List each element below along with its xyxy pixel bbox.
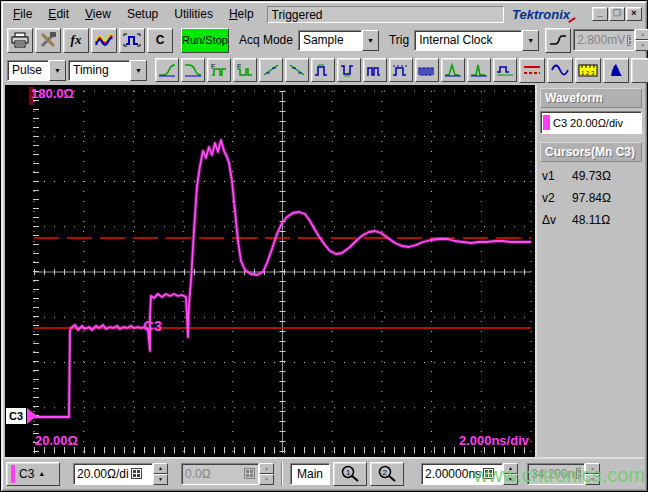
- step-down-icon[interactable]: ▼: [503, 474, 518, 485]
- status-bar: C3 ▲ 20.00Ω/di ▲▼ 0.0Ω ▲▼ Main 1 2: [4, 457, 644, 488]
- offset-spinner[interactable]: 0.0Ω ▲▼: [181, 463, 274, 485]
- menu-view[interactable]: View: [78, 5, 118, 23]
- meas-freq-neg-button[interactable]: F: [233, 58, 257, 82]
- vertical-scale-spinner[interactable]: 20.00Ω/di ▲▼: [73, 463, 168, 485]
- meas-freq-pos-button[interactable]: F: [207, 58, 231, 82]
- step-down-icon[interactable]: ▼: [259, 474, 274, 485]
- channel-select-button[interactable]: C3 ▲: [6, 462, 60, 486]
- step-up-icon[interactable]: ▲: [635, 29, 648, 40]
- horizontal-scale-stepper[interactable]: ▲▼: [503, 463, 518, 485]
- low-pulse-icon: [496, 63, 514, 77]
- magnifier-2-icon: 2: [377, 465, 397, 482]
- meas-cross-button[interactable]: [493, 58, 517, 82]
- svg-text:2: 2: [383, 468, 388, 477]
- utilities-button[interactable]: [35, 28, 61, 53]
- offset-stepper[interactable]: ▲▼: [259, 463, 274, 485]
- v2-value: 97.84Ω: [572, 191, 611, 205]
- readout-panel: Waveform C3 20.00Ω/div Cursors(Mn C3) v1…: [535, 85, 645, 457]
- step-up-icon[interactable]: ▲: [259, 463, 274, 474]
- meas-period-button[interactable]: [363, 58, 387, 82]
- zoom2-button[interactable]: 2: [370, 462, 404, 486]
- timing-select[interactable]: Timing ▼: [68, 60, 147, 81]
- meas-neg-overshoot-button[interactable]: [467, 58, 491, 82]
- position-spinner[interactable]: 34.200n ▲▼: [527, 463, 600, 485]
- horizontal-scale-spinner[interactable]: 2.00000ns ▲▼: [421, 463, 518, 485]
- pulse-bracket-icon: [123, 33, 141, 47]
- close-button[interactable]: ×: [626, 7, 642, 21]
- burst-icon: [418, 63, 436, 77]
- step-down-icon[interactable]: ▼: [153, 474, 168, 485]
- keypad-icon[interactable]: [627, 35, 631, 46]
- pos-pulse-icon: [314, 63, 332, 77]
- keypad-icon[interactable]: [131, 468, 142, 479]
- menu-edit[interactable]: Edit: [41, 5, 76, 23]
- v1-label: v1: [542, 169, 572, 183]
- meas-duty-button[interactable]: [389, 58, 413, 82]
- menu-setup[interactable]: Setup: [120, 5, 165, 23]
- channel-entry[interactable]: C3 20.00Ω/div: [540, 111, 642, 134]
- printer-icon: [11, 32, 29, 48]
- annotation-button[interactable]: IOI: [631, 58, 648, 83]
- timing-value: Timing: [68, 60, 130, 81]
- trig-level-stepper[interactable]: ▲▼: [635, 29, 648, 51]
- waveform-view-button[interactable]: [547, 58, 573, 83]
- vertical-scale-stepper[interactable]: ▲▼: [153, 463, 168, 485]
- meas-pos-overshoot-button[interactable]: [441, 58, 465, 82]
- run-stop-button[interactable]: Run/Stop: [181, 28, 229, 53]
- step-down-icon[interactable]: ▼: [585, 474, 600, 485]
- print-button[interactable]: [7, 28, 33, 53]
- menu-file[interactable]: File: [6, 5, 39, 23]
- step-up-icon[interactable]: ▲: [585, 463, 600, 474]
- channel-entry-label: C3 20.00Ω/div: [553, 117, 623, 129]
- position-stepper[interactable]: ▲▼: [585, 463, 600, 485]
- acq-mode-select[interactable]: Sample ▼: [298, 30, 379, 51]
- histogram-button[interactable]: [603, 58, 629, 83]
- step-up-icon[interactable]: ▲: [153, 463, 168, 474]
- channel-marker[interactable]: C3: [5, 407, 37, 425]
- zoom1-button[interactable]: 1: [333, 462, 367, 486]
- menu-utilities[interactable]: Utilities: [167, 5, 220, 23]
- chevron-down-icon[interactable]: ▼: [49, 60, 66, 81]
- cursors-button[interactable]: [519, 58, 545, 83]
- rising-slope-icon: [549, 34, 567, 46]
- channel-color-swatch: [543, 115, 550, 130]
- channel-select-label: C3: [19, 467, 34, 481]
- minimize-button[interactable]: _: [592, 7, 608, 21]
- horizontal-scale-value: 2.00000ns: [425, 467, 481, 481]
- trig-slope-button[interactable]: [545, 28, 571, 53]
- menu-help[interactable]: Help: [222, 5, 261, 23]
- svg-text:1 2 3: 1 2 3: [581, 70, 595, 76]
- chevron-down-icon[interactable]: ▼: [362, 30, 379, 51]
- trigger-status: Triggered: [267, 6, 504, 23]
- math-button[interactable]: fx: [63, 28, 89, 53]
- channel-marker-label[interactable]: C3: [5, 407, 27, 425]
- pulse-select[interactable]: Pulse ▼: [7, 60, 66, 81]
- trig-source-select[interactable]: Internal Clock ▼: [414, 30, 539, 51]
- keypad-icon[interactable]: [576, 468, 581, 479]
- keypad-icon[interactable]: [483, 468, 494, 479]
- keypad-icon[interactable]: [244, 468, 255, 479]
- autoset-button[interactable]: [119, 28, 145, 53]
- measurement-button[interactable]: 1 2 3: [575, 58, 601, 83]
- cursor-lines-icon: [523, 63, 541, 77]
- clear-button[interactable]: C: [147, 28, 173, 53]
- meas-burst-button[interactable]: [415, 58, 439, 82]
- neg-pulse-icon: [340, 63, 358, 77]
- waveform-header: Waveform: [540, 88, 642, 108]
- menu-setup-label: Setup: [127, 7, 158, 21]
- meas-rise-slope-button[interactable]: [259, 58, 283, 82]
- meas-fall-time-button[interactable]: [181, 58, 205, 82]
- trig-level-spinner[interactable]: 2.800mV ▲▼: [573, 29, 648, 51]
- meas-fall-slope-button[interactable]: [285, 58, 309, 82]
- chevron-down-icon[interactable]: ▼: [522, 30, 539, 51]
- timebase-view-button[interactable]: Main: [290, 463, 330, 485]
- acq-mode-label: Acq Mode: [239, 33, 293, 47]
- restore-button[interactable]: ❐: [609, 7, 625, 21]
- meas-rise-time-button[interactable]: [155, 58, 179, 82]
- chevron-down-icon[interactable]: ▼: [130, 60, 147, 81]
- meas-neg-width-button[interactable]: [337, 58, 361, 82]
- meas-pos-width-button[interactable]: [311, 58, 335, 82]
- waveform-display-button[interactable]: [91, 28, 117, 53]
- step-down-icon[interactable]: ▼: [635, 40, 648, 51]
- step-up-icon[interactable]: ▲: [503, 463, 518, 474]
